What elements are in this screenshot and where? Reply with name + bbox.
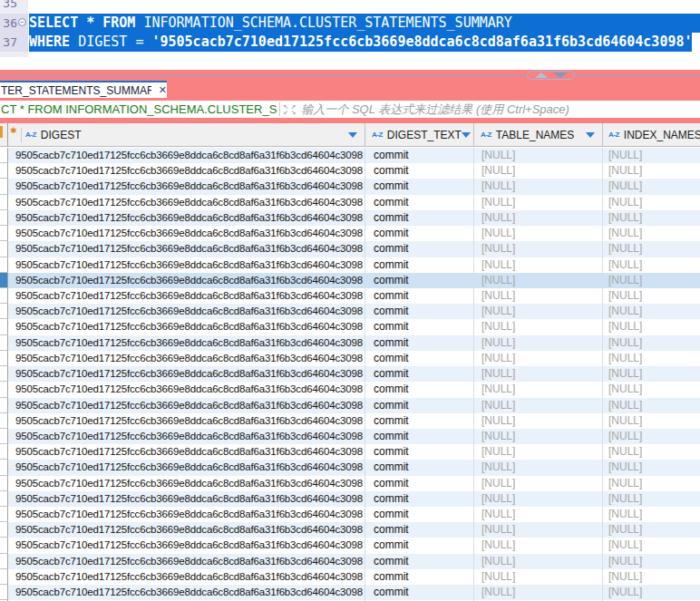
cell-index-names[interactable]: [NULL] bbox=[603, 163, 700, 179]
table-row[interactable]: 9505cacb7c710ed17125fcc6cb3669e8ddca6c8c… bbox=[0, 148, 700, 163]
table-row[interactable]: 9505cacb7c710ed17125fcc6cb3669e8ddca6c8c… bbox=[0, 429, 700, 444]
cell-digest[interactable]: 9505cacb7c710ed17125fcc6cb3669e8ddca6c8c… bbox=[8, 554, 365, 569]
row-gutter-cell[interactable] bbox=[0, 491, 8, 507]
expand-filter-panel-icon[interactable]: ↖ ↗ ↙ ↘ bbox=[283, 103, 296, 115]
cell-digest[interactable]: 9505cacb7c710ed17125fcc6cb3669e8ddca6c8c… bbox=[8, 585, 365, 600]
table-row[interactable]: 9505cacb7c710ed17125fcc6cb3669e8ddca6c8c… bbox=[0, 335, 700, 351]
cell-digest-text[interactable]: commit bbox=[365, 398, 474, 413]
row-gutter-cell[interactable] bbox=[0, 460, 8, 475]
cell-index-names[interactable]: [NULL] bbox=[603, 460, 700, 475]
cell-digest[interactable]: 9505cacb7c710ed17125fcc6cb3669e8ddca6c8c… bbox=[8, 413, 365, 429]
row-gutter-cell[interactable] bbox=[0, 398, 8, 413]
cell-index-names[interactable]: [NULL] bbox=[603, 319, 700, 334]
cell-table-names[interactable]: [NULL] bbox=[474, 538, 603, 553]
cell-table-names[interactable]: [NULL] bbox=[474, 148, 603, 163]
cell-index-names[interactable]: [NULL] bbox=[603, 273, 700, 288]
cell-digest-text[interactable]: commit bbox=[365, 257, 474, 273]
cell-digest[interactable]: 9505cacb7c710ed17125fcc6cb3669e8ddca6c8c… bbox=[8, 460, 365, 475]
row-gutter-cell[interactable] bbox=[0, 585, 8, 600]
table-row[interactable]: 9505cacb7c710ed17125fcc6cb3669e8ddca6c8c… bbox=[0, 444, 700, 460]
row-gutter-cell[interactable] bbox=[0, 351, 8, 366]
table-row[interactable]: 9505cacb7c710ed17125fcc6cb3669e8ddca6c8c… bbox=[0, 538, 700, 553]
sql-line-select[interactable]: SELECT * FROM INFORMATION_SCHEMA.CLUSTER… bbox=[29, 14, 700, 33]
cell-table-names[interactable]: [NULL] bbox=[474, 273, 603, 288]
cell-table-names[interactable]: [NULL] bbox=[474, 491, 603, 507]
cell-table-names[interactable]: [NULL] bbox=[474, 195, 603, 210]
row-gutter-cell[interactable] bbox=[0, 382, 8, 397]
cell-digest-text[interactable]: commit bbox=[365, 241, 474, 257]
table-row[interactable]: 9505cacb7c710ed17125fcc6cb3669e8ddca6c8c… bbox=[0, 210, 700, 226]
cell-digest[interactable]: 9505cacb7c710ed17125fcc6cb3669e8ddca6c8c… bbox=[8, 335, 365, 351]
cell-table-names[interactable]: [NULL] bbox=[474, 241, 603, 257]
cell-index-names[interactable]: [NULL] bbox=[603, 210, 700, 226]
row-gutter-cell[interactable] bbox=[0, 522, 8, 538]
table-row[interactable]: 9505cacb7c710ed17125fcc6cb3669e8ddca6c8c… bbox=[0, 398, 700, 413]
row-gutter-cell[interactable] bbox=[0, 241, 8, 257]
column-header-table-names[interactable]: A-Z TABLE_NAMES bbox=[474, 123, 603, 146]
cell-index-names[interactable]: [NULL] bbox=[603, 382, 700, 397]
cell-index-names[interactable]: [NULL] bbox=[603, 304, 700, 319]
table-row[interactable]: 9505cacb7c710ed17125fcc6cb3669e8ddca6c8c… bbox=[0, 366, 700, 382]
cell-digest-text[interactable]: commit bbox=[365, 273, 474, 288]
cell-index-names[interactable]: [NULL] bbox=[603, 398, 700, 413]
table-row[interactable]: 9505cacb7c710ed17125fcc6cb3669e8ddca6c8c… bbox=[0, 522, 700, 538]
row-gutter-cell[interactable] bbox=[0, 319, 8, 334]
sql-line-where[interactable]: WHERE DIGEST = '9505cacb7c710ed17125fcc6… bbox=[29, 33, 692, 52]
column-header-digest[interactable]: ✱ A-Z DIGEST bbox=[8, 123, 365, 146]
cell-index-names[interactable]: [NULL] bbox=[603, 429, 700, 444]
cell-digest-text[interactable]: commit bbox=[365, 226, 474, 241]
cell-digest-text[interactable]: commit bbox=[365, 522, 474, 538]
table-row[interactable]: 9505cacb7c710ed17125fcc6cb3669e8ddca6c8c… bbox=[0, 476, 700, 491]
cell-digest[interactable]: 9505cacb7c710ed17125fcc6cb3669e8ddca6c8c… bbox=[8, 351, 365, 366]
sash-collapse-control[interactable] bbox=[527, 71, 575, 80]
cell-digest-text[interactable]: commit bbox=[365, 429, 474, 444]
row-gutter-cell[interactable] bbox=[0, 195, 8, 210]
tab-close-icon[interactable]: ✕ bbox=[159, 85, 167, 95]
cell-table-names[interactable]: [NULL] bbox=[474, 429, 603, 444]
table-row[interactable]: 9505cacb7c710ed17125fcc6cb3669e8ddca6c8c… bbox=[0, 413, 700, 429]
cell-digest[interactable]: 9505cacb7c710ed17125fcc6cb3669e8ddca6c8c… bbox=[8, 163, 365, 179]
table-row[interactable]: 9505cacb7c710ed17125fcc6cb3669e8ddca6c8c… bbox=[0, 460, 700, 475]
cell-digest[interactable]: 9505cacb7c710ed17125fcc6cb3669e8ddca6c8c… bbox=[8, 210, 365, 226]
cell-table-names[interactable]: [NULL] bbox=[474, 163, 603, 179]
cell-digest-text[interactable]: commit bbox=[365, 351, 474, 366]
collapse-down-icon[interactable] bbox=[553, 73, 568, 78]
cell-table-names[interactable]: [NULL] bbox=[474, 257, 603, 273]
cell-digest-text[interactable]: commit bbox=[365, 304, 474, 319]
table-row[interactable]: 9505cacb7c710ed17125fcc6cb3669e8ddca6c8c… bbox=[0, 351, 700, 366]
cell-table-names[interactable]: [NULL] bbox=[474, 288, 603, 304]
cell-table-names[interactable]: [NULL] bbox=[474, 382, 603, 397]
table-row[interactable]: 9505cacb7c710ed17125fcc6cb3669e8ddca6c8c… bbox=[0, 195, 700, 210]
cell-table-names[interactable]: [NULL] bbox=[474, 398, 603, 413]
cell-digest[interactable]: 9505cacb7c710ed17125fcc6cb3669e8ddca6c8c… bbox=[8, 538, 365, 553]
table-row[interactable]: 9505cacb7c710ed17125fcc6cb3669e8ddca6c8c… bbox=[0, 319, 700, 334]
row-gutter-cell[interactable] bbox=[0, 366, 8, 382]
cell-digest-text[interactable]: commit bbox=[365, 538, 474, 553]
cell-digest[interactable]: 9505cacb7c710ed17125fcc6cb3669e8ddca6c8c… bbox=[8, 195, 365, 210]
cell-index-names[interactable]: [NULL] bbox=[603, 226, 700, 241]
cell-digest[interactable]: 9505cacb7c710ed17125fcc6cb3669e8ddca6c8c… bbox=[8, 398, 365, 413]
cell-table-names[interactable]: [NULL] bbox=[474, 507, 603, 522]
column-header-index-names[interactable]: A-Z INDEX_NAMES bbox=[603, 123, 700, 146]
cell-digest-text[interactable]: commit bbox=[365, 382, 474, 397]
cell-digest[interactable]: 9505cacb7c710ed17125fcc6cb3669e8ddca6c8c… bbox=[8, 522, 365, 538]
cell-digest-text[interactable]: commit bbox=[365, 585, 474, 600]
table-row[interactable]: 9505cacb7c710ed17125fcc6cb3669e8ddca6c8c… bbox=[0, 382, 700, 397]
row-gutter-cell[interactable] bbox=[0, 413, 8, 429]
cell-index-names[interactable]: [NULL] bbox=[603, 148, 700, 163]
cell-index-names[interactable]: [NULL] bbox=[603, 554, 700, 569]
cell-digest[interactable]: 9505cacb7c710ed17125fcc6cb3669e8ddca6c8c… bbox=[8, 257, 365, 273]
row-gutter-cell[interactable] bbox=[0, 163, 8, 179]
table-row[interactable]: 9505cacb7c710ed17125fcc6cb3669e8ddca6c8c… bbox=[0, 241, 700, 257]
row-gutter-cell[interactable] bbox=[0, 507, 8, 522]
cell-index-names[interactable]: [NULL] bbox=[603, 444, 700, 460]
cell-digest[interactable]: 9505cacb7c710ed17125fcc6cb3669e8ddca6c8c… bbox=[8, 288, 365, 304]
cell-digest[interactable]: 9505cacb7c710ed17125fcc6cb3669e8ddca6c8c… bbox=[8, 148, 365, 163]
cell-index-names[interactable]: [NULL] bbox=[603, 413, 700, 429]
cell-index-names[interactable]: [NULL] bbox=[603, 522, 700, 538]
collapse-up-icon[interactable] bbox=[535, 73, 548, 78]
column-filter-dropdown-icon[interactable] bbox=[462, 132, 471, 138]
row-gutter-cell[interactable] bbox=[0, 273, 8, 288]
cell-digest[interactable]: 9505cacb7c710ed17125fcc6cb3669e8ddca6c8c… bbox=[8, 319, 365, 334]
cell-digest[interactable]: 9505cacb7c710ed17125fcc6cb3669e8ddca6c8c… bbox=[8, 507, 365, 522]
